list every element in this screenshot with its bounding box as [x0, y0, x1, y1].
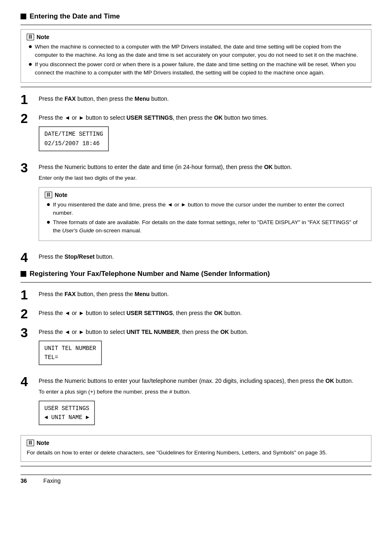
lcd-display-3: USER SETTINGS ◄ UNIT NAME ► — [39, 401, 95, 426]
section2-bullet-icon — [21, 271, 26, 277]
section2-note-box: 目 Note For details on how to enter or de… — [21, 435, 371, 461]
lcd1-line1: DATE/TIME SETTING — [44, 130, 103, 139]
section1-step1: 1 Press the FAX button, then press the M… — [21, 93, 371, 106]
s2-step3-bold1: UNIT TEL NUMBER — [127, 329, 179, 335]
footer-title: Faxing — [44, 477, 61, 484]
section2-step3: 3 Press the ◄ or ► button to select UNIT… — [21, 326, 371, 370]
step3-number: 3 — [21, 161, 32, 174]
s2-step1-number: 1 — [21, 288, 32, 301]
s2-step1-bold2: Menu — [134, 291, 150, 297]
section2: Registering Your Fax/Telephone Number an… — [21, 270, 371, 466]
s2-step4-number: 4 — [21, 375, 32, 388]
section2-bottom-divider — [21, 466, 371, 466]
step2-text: Press the ◄ or ► button to select USER S… — [39, 114, 371, 122]
inner-note-title: 目 Note — [45, 192, 365, 198]
s2-step2-bold1: USER SETTINGS — [127, 310, 173, 316]
step2-bold1: USER SETTINGS — [127, 114, 173, 121]
step1-number: 1 — [21, 93, 32, 106]
s2-step2-text: Press the ◄ or ► button to select USER S… — [39, 309, 371, 317]
arrow-left-3: ◄ — [65, 329, 70, 335]
note-icon-1: 目 — [27, 34, 34, 40]
section2-step4: 4 Press the Numeric buttons to enter you… — [21, 375, 371, 429]
arrow-right-1: ► — [78, 114, 84, 121]
inner-note-item-2: ● Three formats of date are available. F… — [46, 218, 365, 234]
inner-note-list: ● If you misentered the date and time, p… — [45, 201, 365, 234]
section2-step1: 1 Press the FAX button, then press the M… — [21, 288, 371, 301]
inner-note-item-1: ● If you misentered the date and time, p… — [46, 201, 365, 217]
inner-note-box: 目 Note ● If you misentered the date and … — [39, 187, 371, 241]
note-item-2: ● If you disconnect the power cord or wh… — [28, 60, 365, 76]
s2-step1-content: Press the FAX button, then press the Men… — [39, 288, 371, 299]
step1-content: Press the FAX button, then press the Men… — [39, 93, 371, 103]
inner-bullet-2: ● — [46, 218, 51, 226]
step1-bold1: FAX — [65, 95, 76, 102]
lcd2-line2: TEL= — [44, 353, 96, 362]
section2-top-divider — [21, 282, 371, 283]
step3-bold: OK — [264, 164, 273, 170]
s2-step4-sub: To enter a plus sign (+) before the numb… — [39, 388, 371, 396]
lcd3-line1: USER SETTINGS — [44, 404, 89, 413]
inner-note-icon: 目 — [45, 192, 52, 198]
section1-title: Entering the Date and Time — [21, 12, 371, 21]
s2-step4-content: Press the Numeric buttons to enter your … — [39, 375, 371, 429]
s2-step3-number: 3 — [21, 326, 32, 339]
arrow-right-2: ► — [78, 310, 84, 316]
step4-content: Press the Stop/Reset button. — [39, 251, 371, 261]
lcd-display-1: DATE/TIME SETTING 02/15/2007 18:46 — [39, 126, 109, 151]
s2-step2-number: 2 — [21, 307, 32, 320]
bullet-icon-2: ● — [28, 60, 32, 68]
section1-note-box: 目 Note ● When the machine is connected t… — [21, 29, 371, 83]
s2-step2-content: Press the ◄ or ► button to select USER S… — [39, 307, 371, 317]
s2-step4-text: Press the Numeric buttons to enter your … — [39, 377, 371, 385]
s2-step3-bold2: OK — [220, 329, 229, 335]
step2-number: 2 — [21, 112, 32, 125]
s2-step1-bold1: FAX — [65, 291, 76, 297]
lcd2-line1: UNIT TEL NUMBER — [44, 344, 96, 353]
bullet-icon-1: ● — [28, 43, 32, 50]
step4-text: Press the Stop/Reset button. — [39, 253, 371, 261]
section1-note-list: ● When the machine is connected to a com… — [27, 43, 365, 76]
step1-bold2: Menu — [134, 95, 150, 102]
page-footer: 36 Faxing — [21, 475, 371, 484]
arrow-left-1: ◄ — [65, 114, 70, 121]
s2-step3-content: Press the ◄ or ► button to select UNIT T… — [39, 326, 371, 370]
note-title-1: 目 Note — [27, 34, 365, 40]
step4-bold: Stop/Reset — [65, 253, 95, 260]
note-item-1: ● When the machine is connected to a com… — [28, 43, 365, 59]
step3-sub: Enter only the last two digits of the ye… — [39, 174, 371, 182]
section2-note-icon: 目 — [27, 440, 34, 446]
s2-step4-bold: OK — [325, 378, 334, 384]
s2-step1-text: Press the FAX button, then press the Men… — [39, 290, 371, 299]
step3-content: Press the Numeric buttons to enter the d… — [39, 161, 371, 245]
step2-bold2: OK — [214, 114, 223, 121]
section2-note-text: For details on how to enter or delete ch… — [27, 449, 365, 457]
section1: Entering the Date and Time 目 Note ● When… — [21, 12, 371, 264]
arrow-right-3: ► — [78, 329, 84, 335]
section2-note-title: 目 Note — [27, 440, 365, 446]
lcd-display-2: UNIT TEL NUMBER TEL= — [39, 341, 102, 366]
lcd3-line2: ◄ UNIT NAME ► — [44, 413, 89, 422]
step3-text: Press the Numeric buttons to enter the d… — [39, 163, 371, 171]
page-number: 36 — [21, 477, 27, 484]
s2-step2-bold2: OK — [214, 310, 223, 316]
arrow-left-2: ◄ — [65, 310, 70, 316]
inner-bullet-1: ● — [46, 201, 51, 208]
lcd1-line2: 02/15/2007 18:46 — [44, 139, 103, 148]
section1-top-divider — [21, 25, 371, 25]
section1-note-divider — [21, 87, 371, 87]
section2-step2: 2 Press the ◄ or ► button to select USER… — [21, 307, 371, 320]
section1-step4: 4 Press the Stop/Reset button. — [21, 251, 371, 264]
section1-step3: 3 Press the Numeric buttons to enter the… — [21, 161, 371, 245]
step2-content: Press the ◄ or ► button to select USER S… — [39, 112, 371, 155]
section1-step2: 2 Press the ◄ or ► button to select USER… — [21, 112, 371, 155]
step1-text: Press the FAX button, then press the Men… — [39, 95, 371, 103]
section-bullet-icon — [21, 14, 26, 19]
section2-title: Registering Your Fax/Telephone Number an… — [21, 270, 371, 278]
step4-number: 4 — [21, 251, 32, 264]
s2-step3-text: Press the ◄ or ► button to select UNIT T… — [39, 328, 371, 336]
